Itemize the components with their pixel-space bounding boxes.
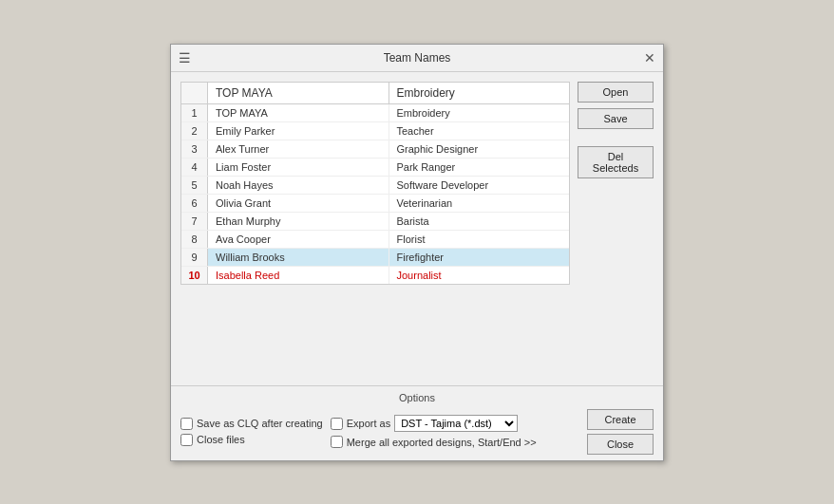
row-cell-role: Journalist [389,267,570,284]
row-cell-name: TOP MAYA [208,104,389,121]
main-window: ☰ Team Names ✕ TOP MAYA Embroidery 1TOP … [170,44,664,461]
row-cell-role: Software Developer [389,177,570,194]
close-files-label: Close files [197,434,245,445]
row-number: 3 [181,140,208,158]
row-number: 7 [181,213,208,230]
save-clq-checkbox[interactable] [180,418,193,430]
window-body: TOP MAYA Embroidery 1TOP MAYAEmbroidery2… [171,72,663,385]
table-row[interactable]: 8Ava CooperFlorist [181,231,569,249]
options-left: Save as CLQ after creating Close files [180,418,323,446]
close-files-checkbox[interactable] [180,434,193,446]
merge-label: Merge all exported designs, Start/End >> [347,437,537,448]
merge-checkbox[interactable] [331,436,343,448]
row-cell-name: Isabella Reed [208,267,389,284]
options-bar: Options Save as CLQ after creating Close… [171,385,663,460]
table-row[interactable]: 1TOP MAYAEmbroidery [181,104,569,122]
left-panel: TOP MAYA Embroidery 1TOP MAYAEmbroidery2… [180,82,570,376]
table-row[interactable]: 10Isabella ReedJournalist [181,267,569,284]
close-button[interactable]: Close [587,434,654,455]
table-row[interactable]: 9William BrooksFirefighter [181,249,569,267]
row-cell-name: Ava Cooper [208,231,389,248]
row-number: 2 [181,122,208,140]
row-cell-name: Emily Parker [208,122,389,140]
options-row: Save as CLQ after creating Close files E… [180,409,654,455]
row-cell-role: Embroidery [389,104,570,121]
format-select[interactable]: DST - Tajima (*.dst)EXP - Melco (*.exp)P… [394,415,518,432]
row-number: 1 [181,104,208,121]
open-button[interactable]: Open [578,82,654,103]
del-selected-button[interactable]: Del Selecteds [578,146,654,178]
row-cell-role: Park Ranger [389,159,570,176]
table-row[interactable]: 2Emily ParkerTeacher [181,122,569,140]
window-title: Team Names [384,51,451,65]
row-cell-name: Noah Hayes [208,177,389,194]
table-row[interactable]: 6Olivia GrantVeterinarian [181,195,569,213]
options-label: Options [180,392,654,403]
row-cell-role: Florist [389,231,570,248]
table-row[interactable]: 4Liam FosterPark Ranger [181,159,569,177]
table-rows: 1TOP MAYAEmbroidery2Emily ParkerTeacher3… [181,104,569,284]
save-button[interactable]: Save [578,108,654,129]
row-cell-role: Graphic Designer [389,140,570,158]
table-row[interactable]: 3Alex TurnerGraphic Designer [181,140,569,159]
row-number: 5 [181,177,208,194]
row-cell-name: Liam Foster [208,159,389,176]
row-number: 6 [181,195,208,212]
row-cell-name: William Brooks [208,249,389,266]
row-cell-name: Olivia Grant [208,195,389,212]
hamburger-icon[interactable]: ☰ [179,50,191,65]
row-cell-name: Ethan Murphy [208,213,389,230]
row-cell-role: Teacher [389,122,570,140]
export-row: Export as DST - Tajima (*.dst)EXP - Melc… [331,415,579,432]
col1-header: TOP MAYA [208,83,389,103]
row-number: 10 [181,267,208,284]
export-as-checkbox[interactable] [331,418,343,430]
save-clq-label: Save as CLQ after creating [197,418,323,429]
save-clq-row: Save as CLQ after creating [180,418,323,430]
row-cell-role: Veterinarian [389,195,570,212]
table-header: TOP MAYA Embroidery [181,83,569,104]
row-cell-role: Firefighter [389,249,570,266]
close-window-icon[interactable]: ✕ [644,50,655,65]
options-right: Create Close [587,409,654,455]
export-as-label: Export as [347,418,390,429]
col2-header: Embroidery [389,83,570,103]
table-row[interactable]: 5Noah HayesSoftware Developer [181,177,569,195]
table-row[interactable]: 7Ethan MurphyBarista [181,213,569,231]
close-files-row: Close files [180,434,323,446]
row-cell-role: Barista [389,213,570,230]
right-panel: Open Save Del Selecteds [578,82,654,376]
create-button[interactable]: Create [587,409,654,430]
row-number: 4 [181,159,208,176]
row-num-header [181,83,208,103]
row-cell-name: Alex Turner [208,140,389,158]
options-middle: Export as DST - Tajima (*.dst)EXP - Melc… [331,415,579,448]
title-bar: ☰ Team Names ✕ [171,45,663,72]
data-table: TOP MAYA Embroidery 1TOP MAYAEmbroidery2… [180,82,570,285]
row-number: 8 [181,231,208,248]
row-number: 9 [181,249,208,266]
merge-row: Merge all exported designs, Start/End >> [331,436,579,448]
